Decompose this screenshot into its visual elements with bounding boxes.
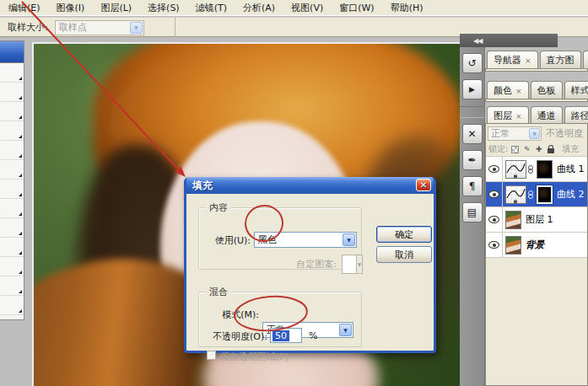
tab-layers[interactable]: 图层 ×	[487, 106, 529, 125]
close-icon[interactable]: ×	[515, 112, 522, 121]
chevron-down-icon[interactable]: ▼	[339, 324, 352, 336]
layer-mask-thumbnail[interactable]	[537, 160, 553, 179]
visibility-cell[interactable]	[486, 182, 503, 206]
layer-row-curves-1[interactable]: 曲线 1	[486, 157, 587, 182]
tab-paths[interactable]: 路径	[564, 106, 588, 125]
cancel-button[interactable]: 取消	[376, 246, 432, 263]
chevron-down-icon[interactable]: ▼	[356, 255, 363, 274]
mask-link-icon[interactable]	[527, 191, 534, 198]
opacity-label: 不透明度	[546, 127, 583, 140]
tab-info[interactable]: 信息	[583, 51, 588, 69]
layer-row-background[interactable]: 背景	[486, 233, 587, 258]
menu-view[interactable]: 视图(V)	[283, 0, 331, 16]
custom-pattern-swatch[interactable]: ▼	[342, 255, 363, 274]
lock-all-icon[interactable]	[546, 145, 555, 154]
close-icon[interactable]: ×	[515, 87, 522, 95]
menu-help[interactable]: 帮助(H)	[382, 0, 431, 16]
mask-link-icon[interactable]	[527, 166, 534, 173]
toolbox-tool-button[interactable]	[0, 102, 24, 121]
toolbox-tool-button[interactable]	[0, 121, 24, 141]
lock-row: 锁定: ✎ ✚ 填充	[486, 142, 587, 157]
blend-mode-value: 正常	[491, 127, 510, 140]
lock-image-icon[interactable]: ✎	[522, 145, 531, 154]
layer-thumbnail[interactable]	[505, 211, 521, 229]
dialog-title-bar[interactable]: 填充 ✕	[186, 177, 434, 194]
menu-bar: 编辑(E) 图像(I) 图层(L) 选择(S) 滤镜(T) 分析(A) 视图(V…	[0, 0, 588, 16]
blend-mode-row: 正常 ▼ 不透明度	[486, 124, 587, 142]
blend-mode-select[interactable]: 正常 ▼	[488, 126, 542, 141]
tab-swatches[interactable]: 色板	[531, 81, 563, 99]
tab-navigator[interactable]: 导航器 ×	[487, 51, 538, 69]
collapse-dock-icon[interactable]: ◀◀	[473, 37, 482, 45]
lock-position-icon[interactable]: ✚	[534, 145, 543, 154]
toolbox-tool-button[interactable]	[0, 63, 24, 83]
tab-label: 图层	[494, 110, 512, 122]
toolbox-tool-button[interactable]	[0, 160, 24, 180]
tab-channels[interactable]: 通道	[531, 106, 563, 125]
layer-name[interactable]: 图层 1	[526, 213, 553, 226]
menu-layer[interactable]: 图层(L)	[92, 0, 139, 16]
mode-label: 模式(M):	[205, 308, 259, 321]
opacity-input[interactable]: 50	[270, 328, 302, 343]
chevron-down-icon[interactable]: ▼	[343, 233, 355, 246]
paragraph-panel-icon[interactable]: ¶	[462, 176, 483, 196]
toolbox-tool-button[interactable]	[0, 180, 24, 199]
layer-name[interactable]: 曲线 1	[557, 163, 585, 175]
brushes-panel-icon[interactable]: ✒	[462, 150, 483, 170]
chevron-down-icon[interactable]: ▼	[130, 22, 143, 34]
visibility-cell[interactable]	[486, 157, 503, 181]
toolbox-tool-button[interactable]	[0, 141, 24, 160]
dialog-body: 内容 使用(U): 黑色 ▼ 自定图案: ▼ 混合 模式(M): 正常 ▼ 不透…	[186, 194, 434, 351]
lock-transparency-icon[interactable]	[510, 145, 520, 154]
toolbox-tool-button[interactable]	[0, 257, 24, 276]
layer-comps-icon[interactable]: ▤	[462, 202, 483, 222]
opacity-value: 50	[272, 330, 289, 341]
layer-thumbnail[interactable]	[505, 236, 521, 255]
toolbox-tool-button[interactable]	[0, 83, 24, 102]
menu-filter[interactable]: 滤镜(T)	[187, 0, 235, 16]
menu-analysis[interactable]: 分析(A)	[235, 0, 283, 16]
menu-select[interactable]: 选择(S)	[139, 0, 187, 16]
tab-color[interactable]: 颜色 ×	[487, 81, 529, 99]
use-label: 使用(U):	[198, 234, 251, 247]
fill-dialog: 填充 ✕ 内容 使用(U): 黑色 ▼ 自定图案: ▼ 混合 模式(M): 正常…	[184, 177, 436, 353]
visibility-cell[interactable]	[486, 233, 503, 257]
history-panel-icon[interactable]: ↺	[462, 53, 483, 73]
chevron-down-icon[interactable]: ▼	[529, 128, 540, 139]
toolbox-title-bar[interactable]	[0, 41, 24, 63]
visibility-cell[interactable]	[486, 207, 503, 232]
layer-name[interactable]: 背景	[526, 239, 544, 251]
blending-group-label: 混合	[206, 286, 231, 298]
use-select[interactable]: 黑色 ▼	[254, 232, 357, 248]
menu-edit[interactable]: 编辑(E)	[0, 0, 48, 16]
layer-name[interactable]: 曲线 2	[557, 188, 585, 201]
layer-mask-thumbnail[interactable]	[537, 185, 553, 204]
menu-window[interactable]: 窗口(W)	[331, 0, 381, 16]
toolbox-tool-button[interactable]	[0, 218, 24, 238]
dialog-title: 填充	[192, 179, 213, 193]
layer-row-layer-1[interactable]: 图层 1	[486, 207, 587, 233]
preserve-transparency-checkbox[interactable]	[207, 351, 216, 360]
color-tab-group: 颜色 × 色板 样式	[487, 81, 588, 99]
tab-histogram[interactable]: 直方图	[540, 51, 581, 69]
menu-image[interactable]: 图像(I)	[48, 0, 93, 16]
strip-divider	[460, 106, 484, 118]
close-icon[interactable]: ×	[525, 56, 531, 65]
curves-thumbnail[interactable]	[505, 185, 526, 204]
sample-size-select[interactable]: 取样点 ▼	[55, 20, 144, 35]
opacity-unit: %	[309, 330, 317, 341]
tool-presets-icon[interactable]: ✕	[462, 124, 483, 144]
toolbox-tool-button[interactable]	[0, 238, 24, 257]
layers-tab-group: 图层 × 通道 路径	[487, 106, 588, 125]
sample-size-value: 取样点	[59, 21, 87, 34]
tab-styles[interactable]: 样式	[564, 81, 588, 99]
toolbox-tool-button[interactable]	[0, 276, 24, 296]
toolbox-tool-button[interactable]	[0, 199, 24, 218]
lock-label: 锁定:	[488, 143, 508, 155]
close-icon[interactable]: ✕	[416, 179, 431, 191]
curves-thumbnail[interactable]	[505, 160, 526, 179]
toolbox-tool-button[interactable]	[0, 296, 24, 315]
actions-panel-icon[interactable]: ▶	[462, 79, 483, 99]
ok-button[interactable]: 确定	[376, 226, 432, 243]
layer-row-curves-2[interactable]: 曲线 2	[486, 182, 587, 207]
